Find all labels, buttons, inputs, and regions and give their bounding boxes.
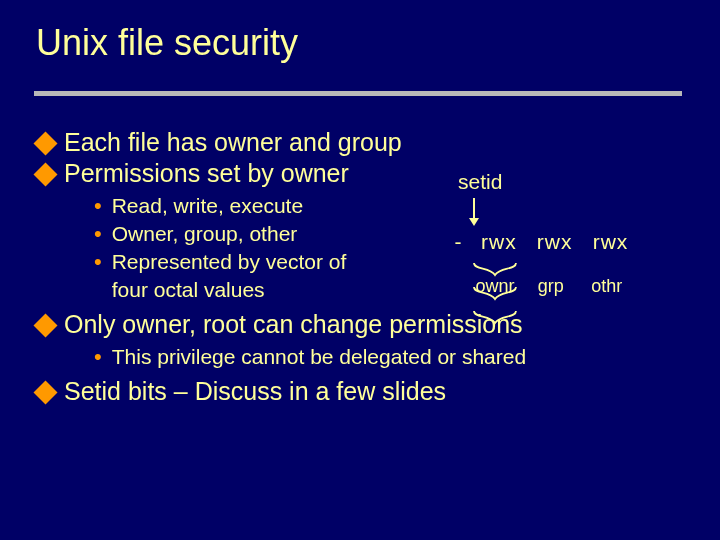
perm-group-bits: rwx — [530, 230, 580, 254]
slide-body: Each file has owner and group Permission… — [34, 128, 686, 408]
owner-label: ownr — [470, 276, 520, 297]
bullet-l1: Permissions set by owner — [34, 159, 686, 188]
bullet-l1: Only owner, root can change permissions — [34, 310, 686, 339]
diamond-icon — [33, 380, 57, 404]
diamond-icon — [33, 131, 57, 155]
bullet-dot-icon: • — [94, 192, 102, 220]
sub-list: • This privilege cannot be delegated or … — [94, 343, 686, 371]
bullet-dot-icon: • — [94, 220, 102, 248]
sub-bullet-text: Owner, group, other — [112, 220, 298, 248]
brace-icon — [470, 306, 520, 330]
slide: Unix file security Each file has owner a… — [0, 0, 720, 540]
bullet-l2: • This privilege cannot be delegated or … — [94, 343, 686, 371]
bullet-dot-icon: • — [94, 248, 102, 276]
slide-title: Unix file security — [0, 0, 720, 64]
group-label: grp — [526, 276, 576, 297]
sub-bullet-text: This privilege cannot be delegated or sh… — [112, 343, 526, 371]
arrow-down-icon — [468, 198, 480, 231]
sub-bullet-text: Read, write, execute — [112, 192, 303, 220]
diamond-icon — [33, 313, 57, 337]
permission-bits-row: - rwx rwx rwx — [448, 230, 636, 254]
bullet-dot-icon: • — [94, 343, 102, 371]
permission-labels-row: ownr grp othr — [470, 273, 632, 297]
perm-other-bits: rwx — [586, 230, 636, 254]
bullet-text: Permissions set by owner — [64, 159, 349, 188]
bullet-text: Setid bits – Discuss in a few slides — [64, 377, 446, 406]
bullet-l1: Each file has owner and group — [34, 128, 686, 157]
diamond-icon — [33, 162, 57, 186]
bullet-text: Each file has owner and group — [64, 128, 402, 157]
title-divider — [34, 91, 682, 96]
setid-label: setid — [458, 170, 502, 194]
perm-owner-bits: rwx — [474, 230, 524, 254]
sub-bullet-text: four octal values — [112, 276, 265, 304]
bullet-l1: Setid bits – Discuss in a few slides — [34, 377, 686, 406]
sub-bullet-text: Represented by vector of — [112, 248, 347, 276]
other-label: othr — [582, 276, 632, 297]
svg-marker-1 — [469, 218, 479, 226]
bullet-l2: • Read, write, execute — [94, 192, 686, 220]
perm-setid-bit: - — [448, 230, 468, 254]
bullet-text: Only owner, root can change permissions — [64, 310, 523, 339]
